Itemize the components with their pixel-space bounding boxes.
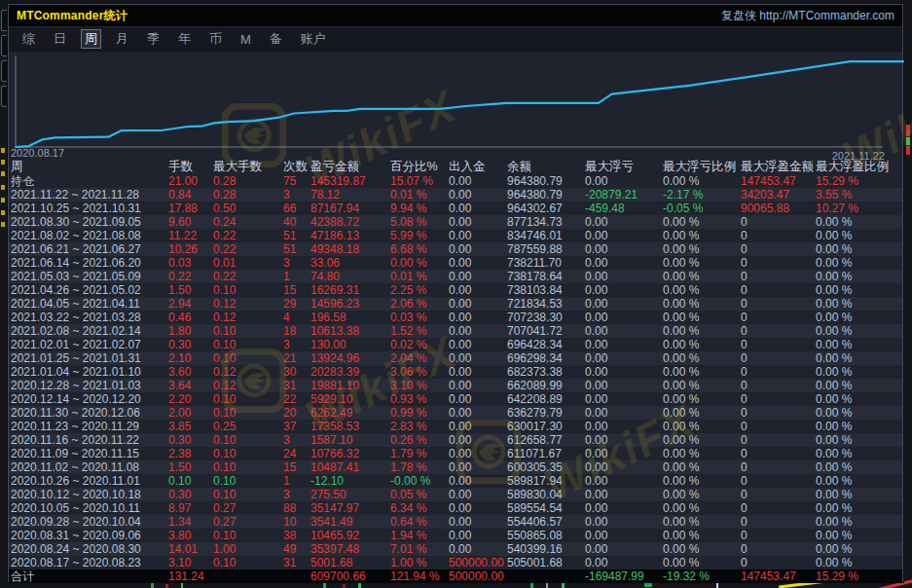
cell: 0.24 <box>213 215 283 229</box>
cell: 2020.11.30 ~ 2020.12.06 <box>11 406 168 420</box>
table-row[interactable]: 2020.10.05 ~ 2020.10.118.970.278835147.9… <box>9 501 902 515</box>
equity-chart-canvas <box>9 52 904 159</box>
cell: 589554.54 <box>507 501 585 515</box>
cell: 0.00 <box>585 270 663 283</box>
cell: 35397.48 <box>310 542 390 556</box>
menu-item-6[interactable]: 年 <box>174 29 195 49</box>
cell: 2021.03.22 ~ 2021.03.28 <box>11 311 168 324</box>
table-row[interactable]: 2020.11.23 ~ 2020.11.293.850.253717358.5… <box>9 420 902 433</box>
cell: 2020.11.23 ~ 2020.11.29 <box>11 420 168 433</box>
cell: 877134.73 <box>507 215 585 229</box>
menu-item-7[interactable]: 币 <box>205 29 226 49</box>
cell: 147453.47 <box>741 174 816 188</box>
menu-item-4[interactable]: 月 <box>112 29 132 49</box>
cell: 0.00 <box>449 529 507 542</box>
table-row[interactable]: 2020.08.24 ~ 2020.08.3014.011.004935397.… <box>9 542 902 556</box>
table-row[interactable]: 2021.08.30 ~ 2021.09.059.600.244042388.7… <box>9 215 902 229</box>
cell: 0.28 <box>213 174 283 188</box>
cell: 16269.31 <box>310 283 390 297</box>
cell: 3 <box>283 256 310 270</box>
cell: 0.00 % <box>663 420 741 433</box>
menu-item-3[interactable]: 周 <box>81 29 101 49</box>
table-row[interactable]: 2020.12.14 ~ 2020.12.202.200.10225929.10… <box>9 392 902 406</box>
cell: 0.00 % <box>663 311 741 324</box>
table-row[interactable]: 2020.09.28 ~ 2020.10.041.340.27103541.49… <box>9 515 902 529</box>
column-header-10: 最大浮亏比例 <box>663 159 741 174</box>
table-row[interactable]: 2020.11.16 ~ 2020.11.220.300.1031587.100… <box>9 433 902 447</box>
cell: 589817.94 <box>507 474 585 488</box>
table-row[interactable]: 2021.04.26 ~ 2021.05.021.500.101516269.3… <box>9 283 902 297</box>
cell: 964380.79 <box>507 188 585 202</box>
table-header-row: 周手数最大手数次数盈亏金额百分比%出入金余额最大浮亏最大浮亏比例最大浮盈金额最大… <box>9 159 902 174</box>
cell: 630017.30 <box>507 420 585 433</box>
stats-window: MTCommander统计 复盘侠 http://MTCommander.com… <box>8 4 903 582</box>
menu-item-1[interactable]: 综 <box>18 29 39 49</box>
cell: 0 <box>741 542 816 556</box>
total-row[interactable]: 合计131.24609700.66121.94 %500000.00-16948… <box>9 570 902 583</box>
cell: 0 <box>741 311 816 324</box>
cell: 2.25 % <box>390 283 449 297</box>
cell: 29 <box>283 297 310 311</box>
cell: 1.80 <box>168 324 213 338</box>
cell: 0.00 % <box>816 297 902 311</box>
table-row[interactable]: 2020.08.17 ~ 2020.08.233.100.10315001.68… <box>9 556 902 570</box>
menu-item-5[interactable]: 季 <box>143 29 164 49</box>
brand-link[interactable]: 复盘侠 http://MTCommander.com <box>721 8 894 24</box>
table-row[interactable]: 2021.06.14 ~ 2021.06.200.030.01333.060.0… <box>9 256 902 270</box>
cell: 66 <box>283 202 310 215</box>
table-row[interactable]: 2020.11.09 ~ 2020.11.152.380.102410766.3… <box>9 447 902 460</box>
table-row[interactable]: 2021.10.25 ~ 2021.10.3117.880.506687167.… <box>9 202 902 215</box>
cell: 0.00 <box>585 283 663 297</box>
table-row[interactable]: 2020.10.26 ~ 2020.11.010.100.101-12.10-0… <box>9 474 902 488</box>
cell: 0.10 <box>213 392 283 406</box>
cell: 0 <box>741 474 816 488</box>
cell: 0 <box>741 242 816 256</box>
cell: 51 <box>283 242 310 256</box>
table-row[interactable]: 2021.03.22 ~ 2021.03.280.460.124196.580.… <box>9 311 902 324</box>
cell: 662089.99 <box>507 379 585 392</box>
cell: 75 <box>283 174 310 188</box>
cell: 17.88 <box>168 202 213 215</box>
table-row[interactable]: 2020.11.02 ~ 2020.11.081.500.101510487.4… <box>9 460 902 474</box>
table-row[interactable]: 2021.08.02 ~ 2021.08.0811.220.225147186.… <box>9 229 902 242</box>
table-row[interactable]: 2021.01.25 ~ 2021.01.312.100.102113924.9… <box>9 351 902 365</box>
cell: 2020.10.26 ~ 2020.11.01 <box>11 474 168 488</box>
table-row[interactable]: 2021.05.03 ~ 2021.05.090.220.22174.800.0… <box>9 270 902 283</box>
menu-item-2[interactable]: 日 <box>50 29 70 49</box>
cell: 682373.38 <box>507 365 585 379</box>
menu-item-8[interactable]: M <box>237 31 255 48</box>
cell: 40 <box>283 215 310 229</box>
equity-line <box>16 61 903 147</box>
table-row[interactable]: 持仓21.000.2875145319.8715.07 %0.00964380.… <box>9 174 902 188</box>
cell: 964380.79 <box>507 174 585 188</box>
column-header-11: 最大浮盈金额 <box>741 159 816 174</box>
table-row[interactable]: 2020.11.30 ~ 2020.12.062.000.10206262.49… <box>9 406 902 420</box>
cell: 5001.68 <box>310 556 390 570</box>
cell: 0 <box>741 447 816 460</box>
cell: 0.10 <box>213 433 283 447</box>
cell: 0 <box>741 215 816 229</box>
cell: 0.00 % <box>816 338 902 351</box>
stats-table-body: 持仓21.000.2875145319.8715.07 %0.00964380.… <box>9 174 902 583</box>
table-row[interactable]: 2021.11.22 ~ 2021.11.280.840.28378.120.0… <box>9 188 902 202</box>
cell: 0.00 % <box>816 311 902 324</box>
table-row[interactable]: 2021.02.01 ~ 2021.02.070.300.103130.000.… <box>9 338 902 351</box>
table-row[interactable]: 2021.02.08 ~ 2021.02.141.800.101810613.3… <box>9 324 902 338</box>
cell: 0.00 <box>449 242 507 256</box>
cell: 34203.47 <box>741 188 816 202</box>
table-row[interactable]: 2020.08.31 ~ 2020.09.063.800.103810465.9… <box>9 529 902 542</box>
cell: 11.22 <box>168 229 213 242</box>
menu-item-9[interactable]: 备 <box>266 29 286 49</box>
cell: 0.00 <box>585 501 663 515</box>
table-row[interactable]: 2021.06.21 ~ 2021.06.2710.260.225149348.… <box>9 242 902 256</box>
cell: 17358.53 <box>310 420 390 433</box>
table-row[interactable]: 2020.10.12 ~ 2020.10.180.300.103275.500.… <box>9 488 902 501</box>
table-row[interactable]: 2021.01.04 ~ 2021.01.103.600.123020283.3… <box>9 365 902 379</box>
menu-item-10[interactable]: 账户 <box>297 29 330 49</box>
table-row[interactable]: 2020.12.28 ~ 2021.01.033.640.123119881.1… <box>9 379 902 392</box>
cell: 0.25 <box>213 420 283 433</box>
cell: 24 <box>283 447 310 460</box>
cell <box>283 570 310 583</box>
cell: 2.83 % <box>390 420 449 433</box>
table-row[interactable]: 2021.04.05 ~ 2021.04.112.940.122914596.2… <box>9 297 902 311</box>
